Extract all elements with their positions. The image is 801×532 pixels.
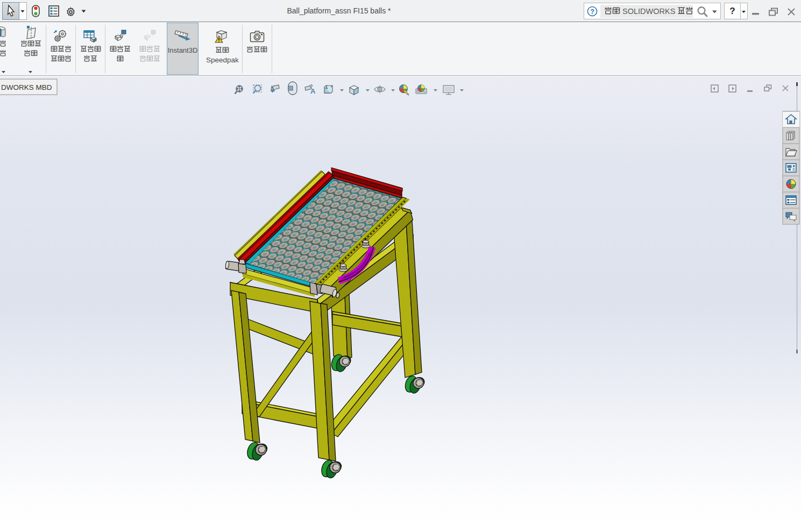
svg-text:?: ? xyxy=(590,8,594,16)
svg-text:A: A xyxy=(310,87,316,95)
svg-text:DWORKS MBD: DWORKS MBD xyxy=(1,83,52,91)
